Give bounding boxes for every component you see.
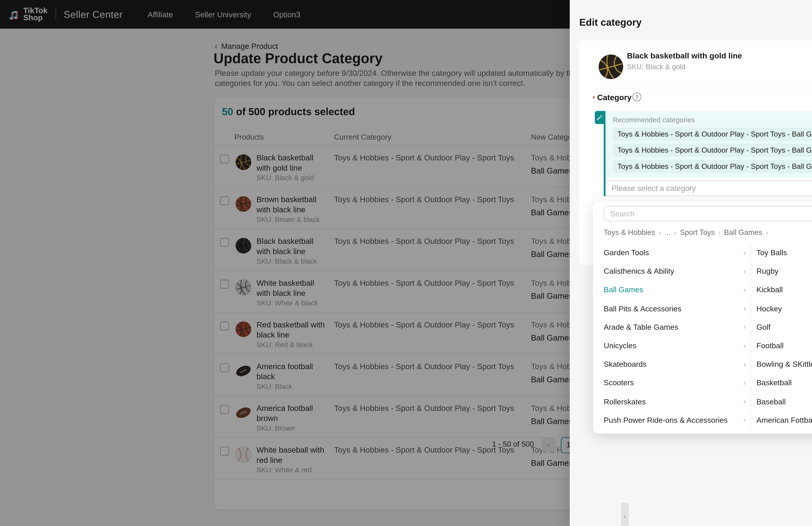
category-option-level2[interactable]: Toy Balls xyxy=(756,243,812,262)
recommended-label: Recommended categories xyxy=(613,116,812,124)
chevron-right-icon: › xyxy=(718,229,721,236)
category-option-label: Scooters xyxy=(604,378,634,387)
product-image xyxy=(598,54,624,80)
chevron-right-icon: › xyxy=(743,360,746,368)
recommended-category-option[interactable]: Toys & Hobbies - Sport & Outdoor Play - … xyxy=(613,144,812,157)
category-option-label: Bowling & SKittles xyxy=(756,360,812,369)
category-option-label: Hockey xyxy=(756,304,782,313)
category-dropdown: Toys & Hobbies›...›Sport Toys›Ball Games… xyxy=(593,202,812,434)
chevron-right-icon: › xyxy=(743,286,746,294)
category-option-level2[interactable]: Basketball xyxy=(756,374,812,392)
category-option-level1[interactable]: Skateboards › xyxy=(604,355,746,374)
category-option-level1[interactable]: Arade & Table Games › xyxy=(604,318,746,336)
chevron-right-icon: › xyxy=(743,416,746,424)
category-option-level2[interactable]: Baseball xyxy=(756,392,812,411)
chevron-right-icon: › xyxy=(743,379,746,387)
category-option-label: Baseball xyxy=(756,397,786,406)
category-option-level2[interactable]: Football xyxy=(756,336,812,355)
edit-category-panel: Edit category ✕ Black basketball with go… xyxy=(570,0,812,526)
category-option-label: Golf xyxy=(756,323,770,332)
category-option-level1[interactable]: Garden Tools › xyxy=(604,243,746,262)
category-option-label: Garden Tools xyxy=(604,248,649,257)
category-label: Category xyxy=(597,93,632,102)
recommended-category-option[interactable]: Toys & Hobbies - Sport & Outdoor Play - … xyxy=(613,128,812,141)
category-option-label: Rugby xyxy=(756,267,779,276)
collapse-handle[interactable]: ‹ xyxy=(621,503,629,526)
category-option-label: Push Power Ride-ons & Accessories xyxy=(604,415,728,425)
category-option-level1[interactable]: Unicycles › xyxy=(604,336,746,355)
select-placeholder: Please select a category xyxy=(611,184,696,192)
category-option-level2[interactable]: Golf xyxy=(756,318,812,336)
breadcrumb-item[interactable]: Toys & Hobbies xyxy=(604,229,655,237)
recommended-box: Recommended categories Toys & Hobbies - … xyxy=(606,111,812,178)
category-option-label: Unicycles xyxy=(604,341,636,350)
category-option-label: Ball Pits & Accessories xyxy=(604,304,681,313)
category-breadcrumb: Toys & Hobbies›...›Sport Toys›Ball Games… xyxy=(604,229,768,237)
chevron-right-icon: › xyxy=(743,341,746,350)
product-sku: SKU: Black & gold xyxy=(627,63,685,71)
chevron-right-icon: › xyxy=(743,397,746,406)
breadcrumb-item[interactable]: Ball Games xyxy=(724,229,762,237)
category-option-label: Kickball xyxy=(756,286,783,294)
column-divider xyxy=(751,243,751,429)
category-option-level1[interactable]: Ball Games › xyxy=(604,280,746,299)
panel-title: Edit category xyxy=(579,17,642,28)
category-option-level1[interactable]: Push Power Ride-ons & Accessories › xyxy=(604,411,746,429)
help-icon[interactable]: ? xyxy=(633,92,641,101)
search-box xyxy=(604,206,812,221)
category-option-level2[interactable]: Kickball xyxy=(756,280,812,299)
chevron-right-icon: › xyxy=(743,304,746,312)
category-option-label: Skateboards xyxy=(604,360,647,369)
card-divider xyxy=(598,88,812,88)
chevron-right-icon: › xyxy=(766,229,768,236)
category-widget: Recommended categories Toys & Hobbies - … xyxy=(604,111,812,196)
breadcrumb-item[interactable]: ... xyxy=(664,229,670,237)
category-option-level2[interactable]: American Fottball xyxy=(756,411,812,429)
category-option-label: Calisthenics & Ability xyxy=(604,267,674,276)
category-select[interactable]: Please select a category xyxy=(606,180,812,196)
recommended-category-option[interactable]: Toys & Hobbies - Sport & Outdoor Play - … xyxy=(613,160,812,173)
basketball-image xyxy=(598,54,624,80)
chevron-right-icon: › xyxy=(743,267,746,275)
chevron-right-icon: › xyxy=(674,229,676,236)
breadcrumb-item[interactable]: Sport Toys xyxy=(680,229,715,237)
chevron-right-icon: › xyxy=(743,323,746,331)
category-option-label: Football xyxy=(756,341,784,350)
chevron-right-icon: › xyxy=(743,248,746,257)
category-option-level1[interactable]: Ball Pits & Accessories › xyxy=(604,299,746,318)
category-option-level2[interactable]: Hockey xyxy=(756,299,812,318)
search-input[interactable] xyxy=(604,206,812,221)
category-list-level1: Garden Tools › Calisthenics & Ability › … xyxy=(604,243,746,429)
category-option-level2[interactable]: Bowling & SKittles xyxy=(756,355,812,374)
chevron-right-icon: › xyxy=(659,229,661,236)
category-option-label: American Fottball xyxy=(756,415,812,425)
category-option-level2[interactable]: Rugby xyxy=(756,262,812,280)
category-option-label: Toy Balls xyxy=(756,248,787,257)
category-option-label: Basketball xyxy=(756,378,792,387)
category-list-level2: Toy Balls Rugby Kickball Hockey Golf Foo… xyxy=(756,243,812,429)
recommended-options: Toys & Hobbies - Sport & Outdoor Play - … xyxy=(613,128,812,173)
magic-wand-icon xyxy=(595,111,604,124)
screen: ♫ TikTok Shop Seller Center AffiliateSel… xyxy=(0,0,812,526)
required-asterisk: * xyxy=(592,94,595,103)
category-option-label: Rollerskates xyxy=(604,397,646,406)
category-option-level1[interactable]: Rollerskates › xyxy=(604,392,746,411)
category-option-level1[interactable]: Scooters › xyxy=(604,374,746,392)
category-option-label: Ball Games xyxy=(604,286,643,294)
category-option-level1[interactable]: Calisthenics & Ability › xyxy=(604,262,746,280)
product-name: Black basketball with gold line xyxy=(627,51,742,60)
category-option-label: Arade & Table Games xyxy=(604,323,678,332)
